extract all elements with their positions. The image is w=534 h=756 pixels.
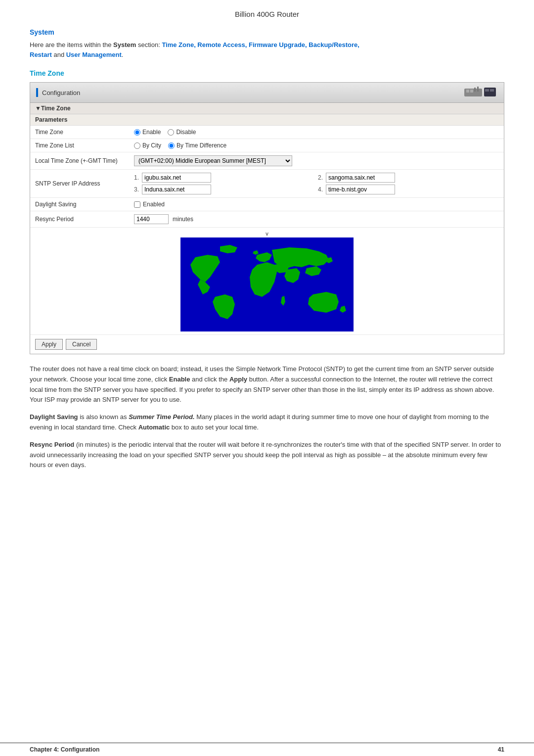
cancel-button[interactable]: Cancel (66, 339, 97, 350)
config-header-left: Configuration (36, 88, 80, 97)
footer-right: 41 (498, 746, 504, 753)
intro-bold-system: System (113, 41, 136, 48)
svg-rect-2 (470, 90, 473, 93)
daylight-label: Daylight Saving (30, 198, 129, 211)
parameters-label: Parameters (30, 114, 504, 126)
map-v-label: v (35, 231, 499, 236)
resync-unit: minutes (173, 216, 193, 223)
sntp-3-input[interactable] (142, 185, 211, 194)
daylight-controls: Enabled (129, 198, 504, 211)
link-time-zone[interactable]: Time Zone, Remote Access, Firmware Upgra… (162, 41, 359, 48)
daylight-checkbox-label[interactable]: Enabled (134, 201, 499, 208)
config-table: ▼Time Zone Parameters Time Zone Enable (30, 103, 504, 335)
timezone-list-label: Time Zone List (30, 139, 129, 152)
page-title: Billion 400G Router (30, 10, 504, 18)
config-header-bar (36, 88, 38, 97)
local-tz-select[interactable]: (GMT+02:00) Middle European Summer [MEST… (134, 155, 292, 166)
svg-rect-5 (484, 88, 496, 96)
config-header: Configuration (30, 83, 504, 103)
daylight-checkbox[interactable] (134, 201, 140, 208)
link-user-management[interactable]: User Management (66, 51, 122, 58)
intro-text-middle: section: (138, 41, 162, 48)
config-header-title: Configuration (42, 89, 80, 96)
resync-input[interactable] (134, 214, 169, 224)
resync-input-group: minutes (134, 214, 499, 224)
disable-label: Disable (176, 129, 196, 136)
timezone-list-radio-group: By City By Time Difference (134, 142, 499, 149)
sntp-1-input[interactable] (142, 173, 211, 183)
map-row: v (30, 228, 504, 335)
timezone-radio-group: Enable Disable (134, 129, 499, 136)
parameters-row: Parameters (30, 114, 504, 126)
sntp-2-input[interactable] (326, 173, 395, 183)
svg-rect-3 (474, 88, 476, 92)
svg-rect-7 (490, 89, 494, 92)
body-paragraph-3: Resync Period (in minutes) is the period… (30, 440, 504, 471)
svg-rect-4 (477, 87, 479, 92)
sntp-grid: 1. 2. 3. 4. (134, 173, 499, 194)
map-cell: v (30, 228, 504, 335)
disable-radio[interactable] (168, 129, 174, 136)
sntp-row: SNTP Server IP Address 1. 2. 3. 4. (30, 170, 504, 198)
svg-rect-1 (466, 90, 469, 93)
sntp-2-label: 2. (318, 174, 323, 181)
intro-text-prefix: Here are the items within the (30, 41, 113, 48)
intro-paragraph: Here are the items within the System sec… (30, 40, 504, 59)
sntp-4-input[interactable] (326, 185, 395, 194)
enable-radio-label[interactable]: Enable (134, 129, 161, 136)
local-tz-label: Local Time Zone (+-GMT Time) (30, 152, 129, 170)
timezone-list-controls: By City By Time Difference (129, 139, 504, 152)
local-tz-controls: (GMT+02:00) Middle European Summer [MEST… (129, 152, 504, 170)
timezone-list-row: Time Zone List By City By Time Differenc… (30, 139, 504, 152)
time-zone-section: Time Zone Configuration (30, 69, 504, 354)
time-zone-section-row: ▼Time Zone (30, 103, 504, 114)
body-paragraph-2: Daylight Saving is also known as Summer … (30, 412, 504, 433)
resync-controls: minutes (129, 211, 504, 228)
by-time-diff-radio[interactable] (168, 142, 175, 149)
enable-label: Enable (142, 129, 161, 136)
intro-and: and (53, 51, 66, 58)
timezone-label: Time Zone (30, 126, 129, 139)
daylight-enabled-text: Enabled (143, 201, 165, 208)
link-restart[interactable]: Restart (30, 51, 52, 58)
by-time-diff-label[interactable]: By Time Difference (168, 142, 226, 149)
time-zone-section-label: ▼Time Zone (30, 103, 504, 114)
resync-row: Resync Period minutes (30, 211, 504, 228)
buttons-row: Apply Cancel (30, 335, 504, 354)
enable-radio[interactable] (134, 129, 140, 136)
system-heading: System (30, 28, 504, 36)
disable-radio-label[interactable]: Disable (168, 129, 196, 136)
by-city-radio[interactable] (134, 142, 140, 149)
daylight-row: Daylight Saving Enabled (30, 198, 504, 211)
by-city-label[interactable]: By City (134, 142, 161, 149)
config-header-icons (463, 86, 498, 99)
router-icon (463, 86, 498, 99)
apply-button[interactable]: Apply (35, 339, 63, 350)
by-city-text: By City (142, 142, 161, 149)
footer: Chapter 4: Configuration 41 (0, 743, 534, 756)
world-map-svg (180, 237, 354, 331)
time-zone-heading: Time Zone (30, 69, 504, 77)
intro-period: . (122, 51, 124, 58)
body-paragraph-1: The router does not have a real time clo… (30, 364, 504, 405)
world-map[interactable] (180, 237, 354, 331)
timezone-enable-row: Time Zone Enable Disable (30, 126, 504, 139)
config-panel: Configuration (30, 82, 504, 354)
sntp-controls: 1. 2. 3. 4. (129, 170, 504, 198)
sntp-3-label: 3. (134, 186, 139, 193)
footer-left: Chapter 4: Configuration (30, 746, 99, 753)
sntp-1-label: 1. (134, 174, 139, 181)
system-section: System Here are the items within the Sys… (30, 28, 504, 59)
local-tz-row: Local Time Zone (+-GMT Time) (GMT+02:00)… (30, 152, 504, 170)
timezone-controls: Enable Disable (129, 126, 504, 139)
sntp-4-label: 4. (318, 186, 323, 193)
svg-rect-6 (485, 89, 489, 92)
sntp-label: SNTP Server IP Address (30, 170, 129, 198)
resync-label: Resync Period (30, 211, 129, 228)
by-time-diff-text: By Time Difference (177, 142, 226, 149)
